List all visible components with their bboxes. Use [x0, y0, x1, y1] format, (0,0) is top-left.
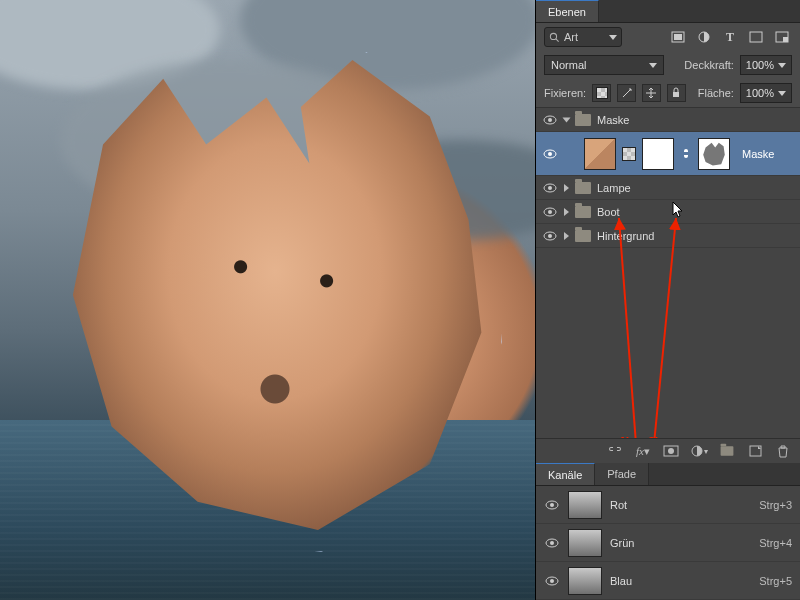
chevron-down-icon: [649, 63, 657, 68]
channel-name: Blau: [610, 575, 632, 587]
layer-group-hintergrund[interactable]: Hintergrund: [536, 224, 800, 248]
layer-name[interactable]: Maske: [597, 114, 629, 126]
tab-channels[interactable]: Kanäle: [536, 463, 595, 485]
svg-point-30: [550, 579, 554, 583]
visibility-toggle[interactable]: [544, 500, 560, 510]
new-group-button[interactable]: [718, 443, 736, 459]
annotation-label-one: 1): [619, 434, 631, 438]
svg-point-16: [548, 210, 552, 214]
new-layer-button[interactable]: [746, 443, 764, 459]
channels-list: Rot Strg+3 Grün Strg+4 Blau Strg+5: [536, 486, 800, 600]
layer-filter-select[interactable]: Art: [544, 27, 622, 47]
mask-link-icon[interactable]: [680, 148, 692, 160]
folder-icon: [575, 114, 591, 126]
fill-input[interactable]: 100%: [740, 83, 792, 103]
svg-point-26: [550, 503, 554, 507]
search-icon: [549, 32, 560, 43]
add-mask-button[interactable]: [662, 443, 680, 459]
layer-filter-label: Art: [564, 31, 605, 43]
channel-shortcut: Strg+5: [759, 575, 792, 587]
filter-smartobject-icon[interactable]: [772, 28, 792, 46]
visibility-toggle[interactable]: [542, 207, 558, 217]
layer-smartobject-maske[interactable]: Maske: [536, 132, 800, 176]
svg-point-10: [548, 118, 552, 122]
layer-name[interactable]: Hintergrund: [597, 230, 654, 242]
layers-toolbar: fx▾ ▾: [536, 438, 800, 463]
filter-pixel-icon[interactable]: [668, 28, 688, 46]
lock-position-button[interactable]: [642, 84, 661, 102]
channel-name: Rot: [610, 499, 627, 511]
layers-list: Maske Maske Lampe: [536, 108, 800, 438]
lock-label: Fixieren:: [544, 87, 586, 99]
layer-fx-button[interactable]: fx▾: [634, 443, 652, 459]
chevron-down-icon: [609, 35, 617, 40]
disclosure-arrow-icon[interactable]: [564, 184, 569, 192]
blend-row: Normal Deckkraft: 100%: [536, 51, 800, 79]
svg-rect-8: [673, 92, 679, 97]
folder-icon: [575, 206, 591, 218]
delete-layer-button[interactable]: [774, 443, 792, 459]
svg-point-28: [550, 541, 554, 545]
channel-green[interactable]: Grün Strg+4: [536, 524, 800, 562]
layer-group-maske[interactable]: Maske: [536, 108, 800, 132]
channel-name: Grün: [610, 537, 634, 549]
lock-pixels-button[interactable]: [617, 84, 636, 102]
layer-group-boot[interactable]: Boot: [536, 200, 800, 224]
chevron-down-icon: [778, 63, 786, 68]
channel-blue[interactable]: Blau Strg+5: [536, 562, 800, 600]
transparency-link-icon: [622, 147, 636, 161]
chevron-down-icon: [778, 91, 786, 96]
disclosure-arrow-icon[interactable]: [564, 232, 569, 240]
filter-shape-icon[interactable]: [746, 28, 766, 46]
channel-shortcut: Strg+4: [759, 537, 792, 549]
blend-mode-select[interactable]: Normal: [544, 55, 664, 75]
bottom-panel-tabbar: Kanäle Pfade: [536, 463, 800, 486]
fill-label: Fläche:: [698, 87, 734, 99]
layer-mask-thumbnail[interactable]: [642, 138, 674, 170]
svg-rect-3: [674, 34, 682, 40]
visibility-toggle[interactable]: [544, 538, 560, 548]
channel-red[interactable]: Rot Strg+3: [536, 486, 800, 524]
annotation-label-two: 2): [648, 434, 660, 438]
svg-rect-5: [750, 32, 762, 42]
disclosure-arrow-icon[interactable]: [563, 117, 571, 122]
visibility-toggle[interactable]: [542, 149, 558, 159]
layer-filter-row: Art T: [536, 23, 800, 51]
disclosure-arrow-icon[interactable]: [564, 208, 569, 216]
svg-line-20: [654, 218, 676, 438]
svg-line-19: [619, 218, 636, 438]
visibility-toggle[interactable]: [544, 576, 560, 586]
visibility-toggle[interactable]: [542, 231, 558, 241]
add-adjustment-button[interactable]: ▾: [690, 443, 708, 459]
svg-point-18: [548, 234, 552, 238]
filter-adjustment-icon[interactable]: [694, 28, 714, 46]
document-canvas[interactable]: [0, 0, 535, 600]
opacity-value: 100%: [746, 59, 774, 71]
layers-panel: Ebenen Art T Normal Deckkraft:: [535, 0, 800, 600]
layer-group-lampe[interactable]: Lampe: [536, 176, 800, 200]
blend-mode-value: Normal: [551, 59, 586, 71]
lock-transparency-button[interactable]: [592, 84, 611, 102]
lock-all-button[interactable]: [667, 84, 686, 102]
layer-name[interactable]: Maske: [742, 148, 774, 160]
folder-icon: [575, 182, 591, 194]
tab-layers[interactable]: Ebenen: [536, 0, 599, 22]
visibility-toggle[interactable]: [542, 115, 558, 125]
link-layers-button[interactable]: [606, 443, 624, 459]
folder-icon: [575, 230, 591, 242]
vector-mask-thumbnail[interactable]: [698, 138, 730, 170]
opacity-label: Deckkraft:: [684, 59, 734, 71]
visibility-toggle[interactable]: [542, 183, 558, 193]
svg-line-1: [556, 38, 559, 41]
filter-type-icon[interactable]: T: [720, 28, 740, 46]
layer-thumbnail[interactable]: [584, 138, 616, 170]
tab-paths[interactable]: Pfade: [595, 463, 649, 485]
opacity-input[interactable]: 100%: [740, 55, 792, 75]
channel-thumbnail: [568, 567, 602, 595]
svg-point-12: [548, 152, 552, 156]
svg-rect-7: [783, 37, 788, 42]
svg-point-14: [548, 186, 552, 190]
layer-name[interactable]: Lampe: [597, 182, 631, 194]
layer-name[interactable]: Boot: [597, 206, 620, 218]
panel-tabbar: Ebenen: [536, 0, 800, 23]
